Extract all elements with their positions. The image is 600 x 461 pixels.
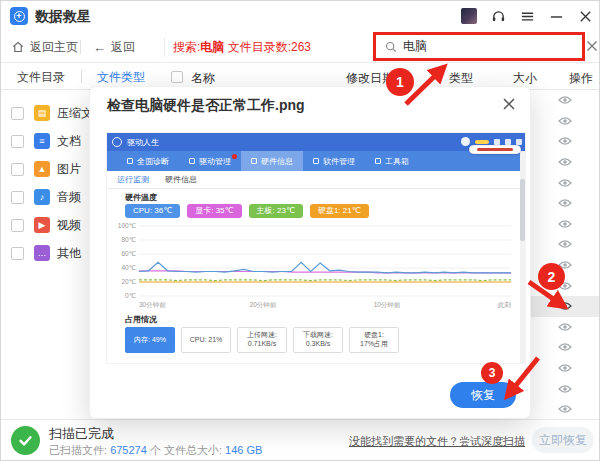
- user-avatar[interactable]: [461, 8, 477, 24]
- app-window: + 数据救星 返回主页 ← 返回 搜: [0, 0, 600, 461]
- search-icon: [385, 41, 397, 53]
- menu-icon[interactable]: [519, 8, 535, 24]
- svg-text:0℃: 0℃: [125, 292, 136, 299]
- temp-section-label: 硬件温度: [125, 192, 157, 203]
- minimize-icon[interactable]: [548, 8, 564, 24]
- preview-tab-icon: [313, 158, 319, 164]
- search-value: 电脑: [403, 38, 427, 55]
- preview-scrollbar: [520, 151, 525, 363]
- preview-username: [475, 140, 489, 144]
- preview-tab-label: 驱动管理: [199, 156, 231, 167]
- preview-eye-icon[interactable]: [558, 136, 572, 146]
- preview-tab-icon: [251, 158, 257, 164]
- tab-file-directory[interactable]: 文件目录: [17, 69, 65, 86]
- table-row: [528, 234, 600, 255]
- preview-eye-icon[interactable]: [558, 363, 572, 373]
- step-3-badge: 3: [481, 362, 503, 384]
- app-logo-icon: +: [10, 7, 28, 25]
- svg-text:此刻: 此刻: [498, 301, 512, 308]
- svg-text:100℃: 100℃: [118, 222, 136, 229]
- status-bar: 扫描已完成 已扫描文件: 675274 个 文件总大小: 146 GB 没能找到…: [1, 419, 600, 460]
- archive-icon: ▤: [34, 105, 50, 121]
- preview-file-name: 检查电脑硬件是否正常工作.png: [107, 97, 305, 115]
- svg-text:30分钟前: 30分钟前: [139, 301, 166, 308]
- usage-stat-box: 硬盘1:17%占用: [349, 327, 399, 353]
- column-header: 大小: [513, 70, 537, 87]
- checkbox[interactable]: [11, 107, 24, 120]
- temp-badge: 硬盘1: 21℃: [310, 204, 369, 218]
- home-icon: [11, 40, 25, 54]
- select-all-checkbox[interactable]: [171, 71, 183, 83]
- other-icon: …: [34, 245, 50, 261]
- preview-tab-icon: [127, 158, 133, 164]
- preview-settings-icon: [494, 139, 500, 145]
- temp-badge: CPU: 36℃: [125, 204, 180, 218]
- preview-eye-icon[interactable]: [558, 239, 572, 249]
- preview-nav-tab: 软件管理: [303, 151, 365, 171]
- recover-button[interactable]: 恢复: [450, 382, 516, 408]
- preview-member-pill: [469, 145, 521, 154]
- svg-text:10分钟前: 10分钟前: [374, 301, 401, 308]
- svg-text:20分钟前: 20分钟前: [250, 301, 277, 308]
- scan-status-text: 扫描已完成: [49, 425, 114, 443]
- checkbox[interactable]: [11, 163, 24, 176]
- tab-file-type[interactable]: 文件类型: [97, 69, 145, 86]
- svg-text:80℃: 80℃: [121, 236, 136, 243]
- headset-icon[interactable]: [490, 8, 506, 24]
- sidebar-item-label: 其他: [57, 245, 81, 262]
- temp-badges: CPU: 36℃显卡: 35℃主板: 23℃硬盘1: 21℃: [125, 204, 369, 218]
- preview-eye-icon[interactable]: [558, 342, 572, 352]
- usage-section-label: 占用情况: [125, 314, 157, 325]
- preview-nav-tab: 全面诊断: [117, 151, 179, 171]
- document-icon: ≡: [34, 133, 50, 149]
- preview-eye-icon[interactable]: [558, 95, 572, 105]
- close-icon[interactable]: [577, 8, 593, 24]
- clear-search-icon[interactable]: [585, 39, 599, 53]
- usage-stat-box: 上传网速:0.71KB/s: [237, 327, 287, 353]
- back-home-button[interactable]: 返回主页: [11, 31, 78, 63]
- preview-eye-icon[interactable]: [558, 178, 572, 188]
- preview-eye-icon[interactable]: [558, 157, 572, 167]
- deep-scan-link[interactable]: 没能找到需要的文件？尝试深度扫描: [349, 434, 525, 449]
- checkbox[interactable]: [11, 247, 24, 260]
- preview-tab-label: 软件管理: [323, 156, 355, 167]
- preview-close-icon: [516, 139, 522, 145]
- search-input[interactable]: 电脑: [373, 32, 585, 61]
- back-button[interactable]: ← 返回: [93, 31, 135, 63]
- preview-tab-label: 全面诊断: [137, 156, 169, 167]
- modal-close-icon[interactable]: [501, 96, 517, 112]
- table-row: [528, 152, 600, 173]
- table-row: [528, 358, 600, 379]
- usage-stat-box: CPU: 21%: [181, 327, 231, 353]
- checkbox[interactable]: [11, 135, 24, 148]
- table-row: [528, 131, 600, 152]
- divider: [81, 70, 82, 83]
- table-row: [528, 378, 600, 399]
- preview-app-logo-icon: [112, 137, 122, 147]
- step-2-badge: 2: [538, 263, 565, 290]
- preview-eye-icon[interactable]: [558, 198, 572, 208]
- svg-text:60℃: 60℃: [121, 250, 136, 257]
- preview-nav-tab: 工具箱: [365, 151, 419, 171]
- search-summary: 搜索:电脑 文件目录数:263: [173, 31, 311, 63]
- toolbar: 返回主页 ← 返回 搜索:电脑 文件目录数:263 电脑: [1, 31, 600, 63]
- sidebar-item-label: 音频: [57, 189, 81, 206]
- preview-eye-icon[interactable]: [558, 301, 572, 311]
- checkbox[interactable]: [11, 219, 24, 232]
- preview-eye-icon[interactable]: [558, 404, 572, 414]
- column-header: 操作: [569, 70, 593, 87]
- preview-eye-icon[interactable]: [558, 116, 572, 126]
- preview-nav-tab: 硬件信息: [241, 151, 303, 171]
- titlebar: + 数据救星: [1, 1, 600, 31]
- recover-now-button[interactable]: 立即恢复: [532, 427, 594, 453]
- preview-eye-icon[interactable]: [558, 219, 572, 229]
- table-row: [528, 399, 600, 420]
- checkbox[interactable]: [11, 191, 24, 204]
- preview-nav-tab: 驱动管理: [179, 151, 241, 171]
- preview-subtabs: 运行监测硬件信息: [107, 171, 526, 189]
- scan-detail-text: 已扫描文件: 675274 个 文件总大小: 146 GB: [49, 443, 262, 458]
- preview-eye-icon[interactable]: [558, 384, 572, 394]
- table-row: [528, 317, 600, 338]
- preview-eye-icon[interactable]: [558, 322, 572, 332]
- preview-tab-icon: [189, 158, 195, 164]
